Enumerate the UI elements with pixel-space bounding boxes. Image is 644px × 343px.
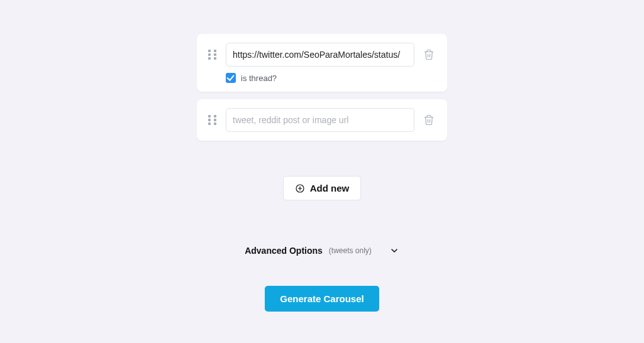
advanced-options-subtitle: (tweets only) <box>329 246 372 255</box>
thread-checkbox[interactable] <box>226 73 236 83</box>
add-new-label: Add new <box>310 183 350 193</box>
chevron-down-icon <box>389 246 399 256</box>
url-row <box>208 108 436 132</box>
add-new-button[interactable]: Add new <box>283 176 362 200</box>
url-input[interactable] <box>226 43 414 67</box>
drag-handle-icon[interactable] <box>208 50 218 60</box>
delete-button[interactable] <box>422 48 436 62</box>
generate-carousel-button[interactable]: Generate Carousel <box>265 286 379 312</box>
thread-label: is thread? <box>241 74 277 83</box>
plus-circle-icon <box>295 183 305 193</box>
url-card: is thread? <box>197 34 447 92</box>
url-input[interactable] <box>226 108 414 132</box>
trash-icon <box>423 114 435 126</box>
advanced-options-toggle[interactable]: Advanced Options (tweets only) <box>245 246 399 256</box>
trash-icon <box>423 49 435 60</box>
advanced-options-title: Advanced Options <box>245 246 323 256</box>
delete-button[interactable] <box>422 113 436 127</box>
url-row <box>208 43 436 67</box>
thread-row: is thread? <box>226 73 436 83</box>
drag-handle-icon[interactable] <box>208 115 218 125</box>
url-card <box>197 99 447 141</box>
